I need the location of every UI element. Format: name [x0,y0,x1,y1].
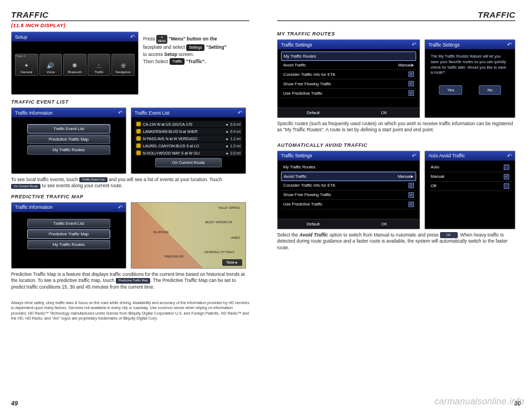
back-icon[interactable]: ↶ [118,110,122,116]
checkbox-icon[interactable] [504,165,509,170]
prompt-screen: Traffic Settings↶ The My Traffic Routes … [424,39,515,118]
checkbox-icon[interactable]: ✓ [504,174,509,179]
btn-on-current-route[interactable]: On Current Route [155,158,222,167]
checkbox-icon[interactable]: ✓ [408,202,414,207]
event-list-screen: Traffic Event List↶ CA-134 W at US-101/C… [131,107,246,174]
row-eta[interactable]: Consider Traffic Info for ETA✓ [281,70,416,79]
checkbox-icon[interactable] [504,183,509,189]
btn-predictive-map[interactable]: Predictive Traffic Map [27,135,110,144]
checkbox-icon[interactable]: ✓ [408,81,414,86]
row-predictive[interactable]: Use Predictive Traffic✓ [281,89,416,98]
traffic-settings-screen-2: Traffic Settings↶ My Traffic Routes Avoi… [277,151,420,229]
back-icon[interactable]: ↶ [507,42,511,48]
setup-page-indicator: Page 1 [15,54,25,58]
row-freeflow[interactable]: Show Free Flowing Traffic✓ [281,191,416,200]
btn-ok[interactable]: OK [349,219,420,229]
pill-predictive-map: Predictive Traffic Map [116,278,151,283]
section-event-list: TRAFFIC EVENT LIST [11,99,249,105]
tile-navigation[interactable]: ⊕Navigation [111,54,135,76]
auto-avoid-screen: Auto Avoid Traffic↶ Auto Manual✓ Off [424,151,515,229]
para-event-list: To see local traffic events, touch Traff… [11,177,249,189]
para-predictive: Predictive Traffic Map is a feature that… [11,271,249,290]
btn-now[interactable]: Now ▸ [222,259,242,266]
pill-ok: OK [440,232,458,238]
row-my-routes[interactable]: My Traffic Routes [281,52,416,61]
navigation-icon: ⊕ [121,62,126,69]
btn-default[interactable]: Default [278,219,349,229]
event-row[interactable]: N PASS AVE N at W VERDUGO●1.2 mi [135,135,242,142]
bluetooth-icon: ✱ [72,62,77,69]
predictive-map-screen: VALLEY SPRING MUDDY WATERS DR BLUFFSIDE … [131,202,246,269]
pill-event-list: Traffic Event List [79,177,108,182]
back-icon[interactable]: ↶ [130,34,135,40]
checkbox-icon[interactable]: ✓ [408,192,414,198]
event-row[interactable]: CA-134 W at US-101/CA-170●0.8 mi [135,121,242,127]
tile-voice[interactable]: 🔊Voice [39,54,63,76]
tile-bluetooth[interactable]: ✱Bluetooth [63,54,86,76]
back-icon[interactable]: ↶ [412,153,416,159]
checkbox-icon[interactable]: ✓ [408,183,414,188]
btn-my-routes[interactable]: My Traffic Routes [27,145,110,155]
sub-display: (11.6 INCH DISPLAY) [11,23,249,28]
page-number-left: 49 [11,400,18,407]
traffic-info-screen-2: Traffic Information↶ Traffic Event List … [11,202,126,269]
row-freeflow[interactable]: Show Free Flowing Traffic✓ [281,79,416,89]
settings-button-icon: Settings [186,44,205,51]
event-icon [136,136,141,141]
btn-no[interactable]: No [479,85,501,95]
event-icon [136,122,141,126]
event-icon [136,143,141,148]
event-row[interactable]: N HOLLYWOOD WAY S at W OLI●2.0 mi [135,150,242,156]
footnote: Always drive safely, obey traffic laws &… [11,300,249,320]
traffic-info-screen: Traffic Information↶ Traffic Event List … [11,107,126,174]
pill-current-route: On Current Route [11,184,40,189]
btn-predictive-map[interactable]: Predictive Traffic Map [27,229,110,239]
checkbox-icon[interactable]: ✓ [408,71,414,77]
event-row[interactable]: LANKERSHIM BLVD N at SHER●0.9 mi [135,128,242,135]
btn-traffic-event-list[interactable]: Traffic Event List [27,124,110,133]
traffic-settings-screen: Traffic Settings↶ My Traffic Routes Avoi… [277,39,420,118]
row-eta[interactable]: Consider Traffic Info for ETA✓ [281,181,416,191]
row-auto[interactable]: Auto [428,163,511,172]
para-routes: Specific routes (such as frequently used… [277,121,515,133]
btn-my-routes[interactable]: My Traffic Routes [27,240,110,249]
section-predictive: PREDICTIVE TRAFFIC MAP [11,194,249,199]
row-manual[interactable]: Manual✓ [428,172,511,182]
btn-yes[interactable]: Yes [439,85,462,95]
setup-title: Setup [15,34,27,40]
tile-traffic[interactable]: ⛬Traffic [88,54,111,76]
btn-traffic-event-list[interactable]: Traffic Event List [27,219,110,228]
section-auto-avoid: AUTOMATICALLY AVOID TRAFFIC [277,142,515,148]
page-header-right: TRAFFIC [277,10,515,21]
setup-screen: Setup ↶ Page 1 ✦General 🔊Voice ✱Bluetoot… [11,32,139,95]
back-icon[interactable]: ↶ [507,153,511,159]
row-avoid-traffic[interactable]: Avoid TrafficManual▸ [281,61,416,70]
traffic-icon: ⛬ [96,63,102,69]
row-my-routes[interactable]: My Traffic Routes [281,163,416,172]
btn-ok[interactable]: OK [349,108,420,117]
general-icon: ✦ [24,62,29,69]
row-off[interactable]: Off [428,182,511,191]
menu-button-icon: ✦MENU [156,35,167,44]
page-header-left: TRAFFIC [11,10,249,21]
watermark: carmanualsonline.info [434,397,524,407]
checkbox-icon[interactable]: ✓ [408,90,414,96]
row-predictive[interactable]: Use Predictive Traffic✓ [281,200,416,209]
event-row[interactable]: LAUREL CANYON BLVD S at LO●1.5 mi [135,142,242,149]
section-my-routes: MY TRAFFIC ROUTES [277,31,515,37]
back-icon[interactable]: ↶ [118,204,122,210]
back-icon[interactable]: ↶ [238,110,242,116]
prompt-text: The My Traffic Routes feature will let y… [425,49,515,80]
row-avoid-traffic[interactable]: Avoid TrafficManual▸ [281,172,416,181]
para-avoid: Select the Avoid Traffic option to switc… [277,232,515,251]
back-icon[interactable]: ↶ [412,42,416,48]
traffic-button-icon: Traffic [170,58,185,65]
event-icon [136,151,141,155]
voice-icon: 🔊 [47,62,54,69]
btn-default[interactable]: Default [278,108,349,117]
event-icon [136,129,141,133]
intro-text: Press ✦MENU "Menu" button on the facepla… [143,32,249,95]
